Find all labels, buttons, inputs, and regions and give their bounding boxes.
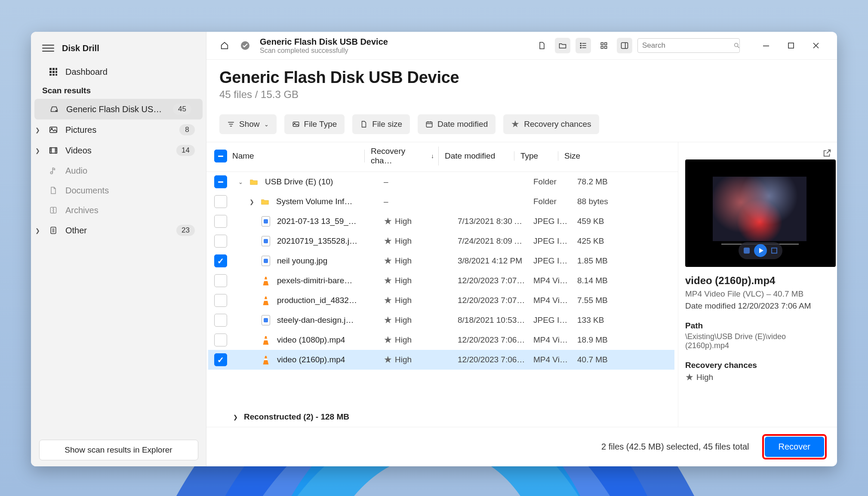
svg-rect-8	[55, 74, 57, 76]
fullscreen-icon[interactable]	[771, 248, 777, 254]
sidebar-item-archives[interactable]: Archives	[31, 200, 206, 220]
menu-icon[interactable]	[42, 42, 54, 54]
star-icon: ★	[384, 295, 392, 306]
row-checkbox[interactable]	[214, 254, 227, 267]
recovery-chances-filter[interactable]: ★ Recovery chances	[503, 114, 599, 134]
table-row[interactable]: steely-dan-design.j…★High8/18/2021 10:53…	[208, 310, 674, 330]
column-type[interactable]: Type	[514, 151, 558, 161]
table-row[interactable]: video (1080p).mp4★High12/20/2023 7:06…MP…	[208, 330, 674, 350]
sidebar-item-dashboard[interactable]: Dashboard	[31, 62, 206, 82]
chevron-right-icon[interactable]: ❯	[233, 414, 238, 420]
row-checkbox[interactable]	[214, 274, 227, 287]
row-checkbox[interactable]	[214, 215, 227, 228]
recovery-value: High	[395, 335, 412, 345]
table-row[interactable]: video (2160p).mp4★High12/20/2023 7:06…MP…	[208, 350, 674, 370]
search-field[interactable]	[642, 41, 733, 50]
grid-view-icon[interactable]	[596, 38, 612, 53]
cell-type: MP4 Vi…	[527, 355, 571, 364]
preview-panel-icon[interactable]	[617, 38, 632, 53]
cell-date: 12/20/2023 7:06…	[452, 355, 527, 364]
sidebar-item-label: Videos	[65, 146, 169, 156]
row-checkbox[interactable]	[214, 195, 227, 208]
sidebar-item-other[interactable]: ❯ Other 23	[31, 220, 206, 241]
svg-rect-22	[601, 43, 603, 45]
preview-thumbnail[interactable]	[685, 159, 836, 267]
preview-path-label: Path	[685, 321, 832, 331]
column-name[interactable]: Name	[232, 151, 254, 161]
play-button[interactable]	[754, 244, 767, 257]
chevron-down-icon[interactable]: ⌄	[238, 179, 245, 185]
jpeg-file-icon	[261, 256, 271, 266]
chevron-right-icon[interactable]: ❯	[35, 147, 40, 154]
row-checkbox[interactable]	[214, 175, 227, 188]
show-in-explorer-button[interactable]: Show scan results in Explorer	[39, 440, 198, 460]
svg-rect-26	[622, 43, 628, 48]
cell-recovery: ★High	[378, 255, 452, 266]
svg-rect-25	[605, 46, 607, 49]
table-row[interactable]: ⌄USB Drive (E) (10)–Folder78.2 MB	[208, 172, 674, 192]
chevron-right-icon[interactable]: ❯	[35, 227, 40, 234]
table-row[interactable]: neil young.jpg★High3/8/2021 4:12 PMJPEG …	[208, 251, 674, 271]
row-checkbox[interactable]	[214, 294, 227, 307]
minimize-button[interactable]	[754, 36, 779, 55]
file-name: video (1080p).mp4	[277, 335, 345, 345]
sidebar-item-documents[interactable]: Documents	[31, 181, 206, 200]
cell-date: 3/8/2021 4:12 PM	[452, 256, 527, 266]
status-check-icon[interactable]	[237, 38, 253, 53]
sidebar-item-videos[interactable]: ❯ Videos 14	[31, 140, 206, 161]
image-icon	[48, 125, 58, 135]
sidebar-item-label: Other	[65, 226, 169, 236]
table-row[interactable]: 2021-07-13 13_59_…★High7/13/2021 8:30 A……	[208, 211, 674, 231]
column-recovery[interactable]: Recovery cha…	[371, 147, 427, 165]
cell-date: 12/20/2023 7:07…	[452, 276, 527, 285]
show-filter[interactable]: Show ⌄	[219, 114, 277, 134]
date-modified-filter[interactable]: Date modified	[418, 114, 496, 134]
file-type-filter[interactable]: File Type	[284, 114, 345, 134]
chevron-right-icon[interactable]: ❯	[35, 127, 40, 133]
cell-type: JPEG Im…	[527, 217, 571, 226]
list-view-icon[interactable]	[576, 38, 591, 53]
folder-view-icon[interactable]	[555, 38, 570, 53]
maximize-button[interactable]	[779, 36, 803, 55]
svg-rect-0	[49, 68, 52, 70]
row-checkbox[interactable]	[214, 353, 227, 366]
select-all-checkbox[interactable]	[214, 150, 227, 162]
preview-path-value: \Existing\USB Drive (E)\video (2160p).mp…	[685, 332, 832, 350]
sidebar-item-drive[interactable]: Generic Flash Disk USB D… 45	[34, 99, 203, 119]
star-icon: ★	[384, 354, 392, 365]
table-row[interactable]: ❯System Volume Inf…–Folder88 bytes	[208, 192, 674, 211]
column-date[interactable]: Date modified	[439, 151, 514, 161]
cell-type: Folder	[527, 197, 571, 206]
table-row[interactable]: 20210719_135528.j…★High7/24/2021 8:09 A……	[208, 231, 674, 251]
file-size-filter[interactable]: File size	[352, 114, 410, 134]
file-icon[interactable]	[534, 38, 550, 53]
recover-button[interactable]: Recover	[765, 437, 824, 457]
chevron-right-icon[interactable]: ❯	[249, 199, 256, 205]
column-size[interactable]: Size	[558, 151, 610, 161]
svg-point-9	[56, 110, 57, 111]
main: Generic Flash Disk USB Device Scan compl…	[206, 32, 837, 466]
svg-rect-3	[49, 71, 52, 73]
video-icon	[48, 145, 58, 156]
cell-date: 7/24/2021 8:09 A…	[452, 236, 527, 246]
sidebar-item-label: Dashboard	[65, 67, 195, 77]
search-input[interactable]	[637, 38, 740, 53]
sidebar-item-pictures[interactable]: ❯ Pictures 8	[31, 119, 206, 140]
sidebar-item-audio[interactable]: Audio	[31, 161, 206, 181]
sort-down-icon: ↓	[431, 153, 434, 159]
stop-icon[interactable]	[744, 248, 750, 254]
reconstructed-row[interactable]: ❯ Reconstructed (2) - 128 MB	[206, 407, 678, 427]
sidebar-item-count: 45	[173, 104, 191, 115]
row-checkbox[interactable]	[214, 235, 227, 248]
close-button[interactable]	[803, 36, 828, 55]
svg-rect-29	[788, 43, 794, 48]
row-checkbox[interactable]	[214, 334, 227, 346]
row-checkbox[interactable]	[214, 314, 227, 327]
svg-rect-7	[52, 74, 55, 76]
star-icon: ★	[384, 236, 392, 247]
table-row[interactable]: production_id_4832…★High12/20/2023 7:07……	[208, 291, 674, 310]
home-icon[interactable]	[217, 38, 232, 53]
table-row[interactable]: pexels-dimitri-bare…★High12/20/2023 7:07…	[208, 271, 674, 291]
open-external-icon[interactable]	[822, 148, 832, 158]
sidebar-item-count: 23	[176, 225, 195, 236]
